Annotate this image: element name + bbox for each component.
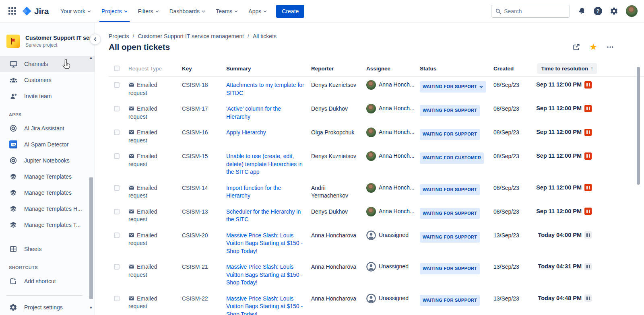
summary-link[interactable]: Import function for the Hierarchy	[226, 184, 305, 200]
assignee-name: Anna Honch...	[379, 105, 415, 113]
status-label: WAITING FOR SUPPORT	[423, 296, 477, 305]
favorite-star-icon[interactable]: ★	[589, 43, 597, 51]
search-input-container	[491, 5, 570, 18]
time-to-resolution: Sep 11 12:00 PM	[536, 128, 582, 136]
nav-apps[interactable]: Apps	[244, 0, 271, 22]
created-date: 08/Sep/23	[488, 105, 536, 113]
nav-teams[interactable]: Teams	[211, 0, 242, 22]
column-header-created[interactable]: Created	[488, 66, 536, 72]
column-header-summary[interactable]: Summary	[221, 66, 306, 72]
sidebar-scrollbar[interactable]	[89, 177, 93, 299]
column-header-status[interactable]: Status	[415, 66, 488, 72]
created-date: 08/Sep/23	[488, 152, 536, 161]
project-name: Customer Support IT ser...	[25, 35, 96, 41]
primary-nav: Your work Projects Filters Dashboards Te…	[56, 0, 271, 22]
jira-logo-icon	[22, 6, 32, 16]
email-icon	[128, 295, 134, 301]
status-badge[interactable]: WAITING FOR SUPPORT	[420, 263, 480, 274]
project-header[interactable]: Customer Support IT ser... Service proje…	[0, 32, 95, 56]
sla-pause-icon	[584, 263, 592, 270]
summary-link[interactable]: Massive Price Slash: Louis Vuitton Bags …	[226, 232, 305, 255]
nav-your-work[interactable]: Your work	[56, 0, 95, 22]
issue-key: CSISM-16	[177, 129, 221, 137]
sidebar-item-invite-team[interactable]: Invite team	[0, 88, 95, 104]
created-date: 08/Sep/23	[488, 184, 536, 192]
create-button[interactable]: Create	[276, 5, 304, 18]
status-badge[interactable]: WAITING FOR SUPPORT	[420, 295, 480, 306]
time-to-resolution: Today 04:31 PM	[538, 263, 582, 271]
column-header-request-type[interactable]: Request Type	[123, 66, 177, 72]
summary-link[interactable]: Scheduler for the Hierarchy in the SITC	[226, 208, 305, 224]
row-checkbox[interactable]	[114, 209, 120, 214]
sidebar-item-manage-templates-h[interactable]: Manage Templates H...	[0, 201, 95, 217]
help-icon[interactable]: ?	[594, 7, 602, 15]
sidebar-scroll-down-icon[interactable]: ▼	[89, 306, 93, 310]
breadcrumb-project-name[interactable]: Customer Support IT service management	[138, 33, 244, 39]
column-header-reporter[interactable]: Reporter	[306, 66, 361, 72]
status-badge[interactable]: WAITING FOR SUPPORT	[420, 129, 480, 140]
sidebar-item-customers[interactable]: Customers	[0, 72, 95, 88]
row-checkbox[interactable]	[114, 153, 120, 159]
search-icon	[495, 8, 501, 14]
status-badge[interactable]: WAITING FOR CUSTOMER	[420, 152, 484, 164]
assignee-avatar	[366, 80, 376, 90]
settings-gear-icon[interactable]	[610, 7, 618, 15]
summary-link[interactable]: Unable to use (create, edit, delete) tem…	[226, 152, 305, 176]
sidebar-item-manage-templates-t[interactable]: Manage Templates T...	[0, 217, 95, 233]
sidebar-item-jupiter-notebooks[interactable]: Jupiter Notebooks	[0, 152, 95, 169]
sidebar-item-add-shortcut[interactable]: Add shortcut	[0, 273, 95, 289]
user-avatar[interactable]	[626, 5, 638, 17]
email-icon	[128, 185, 134, 191]
summary-link[interactable]: Apply Hierarchy	[226, 129, 266, 137]
time-to-resolution: Today 04:48 PM	[538, 294, 582, 303]
status-badge[interactable]: WAITING FOR SUPPORT	[420, 232, 480, 243]
sidebar-item-project-settings[interactable]: Project settings	[0, 300, 89, 315]
row-checkbox[interactable]	[114, 296, 120, 301]
project-sidebar: Customer Support IT ser... Service proje…	[0, 23, 95, 315]
row-checkbox[interactable]	[114, 130, 120, 135]
summary-link[interactable]: Massive Price Slash: Louis Vuitton Bags …	[226, 263, 305, 287]
jira-logo-text: Jira	[34, 6, 49, 16]
notifications-bell-icon[interactable]	[578, 7, 586, 15]
status-badge[interactable]: WAITING FOR SUPPORT	[420, 184, 480, 196]
breadcrumb-projects[interactable]: Projects	[109, 33, 129, 39]
column-header-time-to-resolution[interactable]: Time to resolution ↑	[537, 63, 597, 74]
search-input[interactable]	[504, 8, 566, 14]
summary-link[interactable]: Massive Price Slash: Louis Vuitton Bags …	[226, 295, 305, 315]
app-switcher-icon[interactable]	[6, 5, 19, 18]
nav-dashboards[interactable]: Dashboards	[165, 0, 210, 22]
row-checkbox[interactable]	[114, 233, 120, 238]
status-badge[interactable]: WAITING FOR SUPPORT	[420, 105, 480, 116]
sla-pause-icon	[584, 294, 592, 302]
row-checkbox[interactable]	[114, 82, 120, 88]
sidebar-item-channels[interactable]: Channels	[0, 56, 95, 72]
export-icon[interactable]	[572, 43, 580, 51]
sidebar-scroll-up-icon[interactable]: ▲	[89, 56, 93, 60]
column-header-assignee[interactable]: Assignee	[361, 66, 415, 72]
select-all-checkbox[interactable]	[114, 66, 120, 71]
column-header-key[interactable]: Key	[177, 66, 221, 72]
sidebar-item-ai-spam-detector[interactable]: AI Spam Detector	[0, 136, 95, 152]
sidebar-item-sheets[interactable]: Sheets	[0, 241, 95, 257]
nav-projects[interactable]: Projects	[97, 0, 132, 22]
sla-pause-icon	[584, 152, 592, 160]
status-badge[interactable]: WAITING FOR SUPPORT	[420, 208, 480, 219]
sidebar-item-ai-jira-assistant[interactable]: AI Jira Assistant	[0, 120, 95, 136]
sidebar-item-manage-templates-1[interactable]: Manage Templates	[0, 169, 95, 185]
row-checkbox[interactable]	[114, 185, 120, 191]
assignee-name: Anna Honch...	[379, 81, 415, 89]
table-icon	[9, 245, 18, 253]
jira-logo[interactable]: Jira	[22, 6, 49, 16]
summary-link[interactable]: Attachments to my template for SITDC	[226, 81, 305, 97]
assignee-name: Unassigned	[379, 231, 409, 239]
nav-filters[interactable]: Filters	[134, 0, 163, 22]
sidebar-collapse-button[interactable]	[90, 34, 101, 45]
row-checkbox[interactable]	[114, 264, 120, 270]
breadcrumb-all-tickets[interactable]: All tickets	[253, 33, 277, 39]
summary-link[interactable]: 'Active' column for the Hierarchy	[226, 105, 305, 121]
status-badge[interactable]: WAITING FOR SUPPORT	[420, 81, 486, 93]
vertical-scrollbar[interactable]	[637, 67, 640, 185]
sidebar-item-manage-templates-2[interactable]: Manage Templates	[0, 185, 95, 201]
more-actions-icon[interactable]	[606, 43, 614, 51]
row-checkbox[interactable]	[114, 106, 120, 111]
